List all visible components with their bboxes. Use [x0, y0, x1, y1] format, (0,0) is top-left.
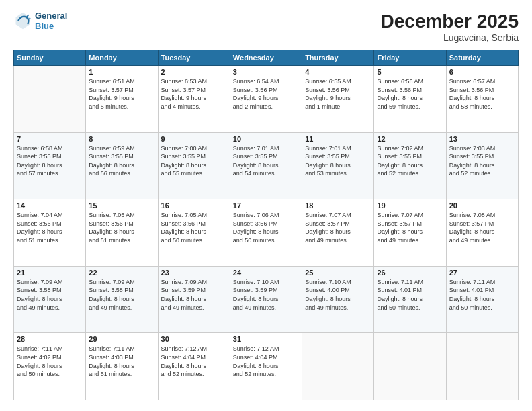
day-number: 5: [377, 68, 443, 76]
day-info: Sunrise: 7:03 AM Sunset: 3:55 PM Dayligh…: [449, 144, 515, 178]
table-row: 1Sunrise: 6:51 AM Sunset: 3:57 PM Daylig…: [86, 66, 158, 133]
header-wednesday: Wednesday: [230, 50, 302, 66]
header-tuesday: Tuesday: [158, 50, 230, 66]
day-info: Sunrise: 7:00 AM Sunset: 3:55 PM Dayligh…: [161, 144, 227, 178]
table-row: 23Sunrise: 7:09 AM Sunset: 3:59 PM Dayli…: [158, 266, 230, 333]
table-row: 31Sunrise: 7:12 AM Sunset: 4:04 PM Dayli…: [230, 333, 302, 400]
table-row: 16Sunrise: 7:05 AM Sunset: 3:56 PM Dayli…: [158, 199, 230, 267]
table-row: 8Sunrise: 6:59 AM Sunset: 3:55 PM Daylig…: [86, 132, 158, 199]
table-row: 2Sunrise: 6:53 AM Sunset: 3:57 PM Daylig…: [158, 66, 230, 133]
day-info: Sunrise: 6:56 AM Sunset: 3:56 PM Dayligh…: [377, 77, 443, 111]
page: General Blue December 2025 Lugavcina, Se…: [0, 0, 532, 411]
day-number: 3: [233, 68, 299, 76]
week-row-4: 21Sunrise: 7:09 AM Sunset: 3:58 PM Dayli…: [14, 266, 519, 333]
table-row: 17Sunrise: 7:06 AM Sunset: 3:56 PM Dayli…: [230, 199, 302, 267]
table-row: 15Sunrise: 7:05 AM Sunset: 3:56 PM Dayli…: [86, 199, 158, 267]
table-row: 19Sunrise: 7:07 AM Sunset: 3:57 PM Dayli…: [374, 199, 446, 267]
day-number: 2: [161, 68, 227, 76]
day-info: Sunrise: 7:09 AM Sunset: 3:58 PM Dayligh…: [17, 278, 83, 312]
day-info: Sunrise: 7:09 AM Sunset: 3:59 PM Dayligh…: [161, 278, 227, 312]
logo: General Blue: [13, 11, 67, 31]
day-info: Sunrise: 7:01 AM Sunset: 3:55 PM Dayligh…: [233, 144, 299, 178]
day-number: 30: [161, 335, 227, 343]
table-row: 24Sunrise: 7:10 AM Sunset: 3:59 PM Dayli…: [230, 266, 302, 333]
day-number: 10: [233, 135, 299, 143]
day-info: Sunrise: 7:02 AM Sunset: 3:55 PM Dayligh…: [377, 144, 443, 178]
day-number: 22: [89, 269, 154, 277]
day-number: 6: [449, 68, 515, 76]
day-number: 20: [449, 201, 515, 210]
day-info: Sunrise: 7:12 AM Sunset: 4:04 PM Dayligh…: [161, 345, 227, 378]
day-info: Sunrise: 7:05 AM Sunset: 3:56 PM Dayligh…: [161, 211, 227, 244]
table-row: 13Sunrise: 7:03 AM Sunset: 3:55 PM Dayli…: [446, 132, 518, 199]
table-row: 30Sunrise: 7:12 AM Sunset: 4:04 PM Dayli…: [158, 333, 230, 400]
day-number: 1: [89, 68, 154, 76]
table-row: 4Sunrise: 6:55 AM Sunset: 3:56 PM Daylig…: [302, 66, 374, 133]
logo-icon: [13, 11, 32, 30]
day-info: Sunrise: 7:06 AM Sunset: 3:56 PM Dayligh…: [233, 211, 299, 244]
table-row: 6Sunrise: 6:57 AM Sunset: 3:56 PM Daylig…: [446, 66, 518, 133]
header-monday: Monday: [86, 50, 158, 66]
table-row: [14, 66, 86, 133]
location-subtitle: Lugavcina, Serbia: [381, 32, 519, 43]
table-row: [302, 333, 374, 400]
day-info: Sunrise: 7:07 AM Sunset: 3:57 PM Dayligh…: [305, 211, 371, 244]
day-info: Sunrise: 6:51 AM Sunset: 3:57 PM Dayligh…: [89, 77, 154, 111]
day-info: Sunrise: 6:54 AM Sunset: 3:56 PM Dayligh…: [233, 77, 299, 111]
calendar-table: Sunday Monday Tuesday Wednesday Thursday…: [13, 50, 519, 400]
day-info: Sunrise: 6:53 AM Sunset: 3:57 PM Dayligh…: [161, 77, 227, 111]
day-number: 8: [89, 135, 154, 143]
day-number: 21: [17, 269, 83, 277]
table-row: 7Sunrise: 6:58 AM Sunset: 3:55 PM Daylig…: [14, 132, 86, 199]
week-row-3: 14Sunrise: 7:04 AM Sunset: 3:56 PM Dayli…: [14, 199, 519, 267]
day-info: Sunrise: 7:11 AM Sunset: 4:01 PM Dayligh…: [377, 278, 443, 312]
day-info: Sunrise: 7:09 AM Sunset: 3:58 PM Dayligh…: [89, 278, 154, 312]
day-info: Sunrise: 6:57 AM Sunset: 3:56 PM Dayligh…: [449, 77, 515, 111]
day-number: 25: [305, 269, 371, 277]
day-number: 4: [305, 68, 371, 76]
day-number: 27: [449, 269, 515, 277]
title-section: December 2025 Lugavcina, Serbia: [381, 11, 519, 43]
table-row: 26Sunrise: 7:11 AM Sunset: 4:01 PM Dayli…: [374, 266, 446, 333]
table-row: 5Sunrise: 6:56 AM Sunset: 3:56 PM Daylig…: [374, 66, 446, 133]
day-number: 18: [305, 201, 371, 210]
table-row: 12Sunrise: 7:02 AM Sunset: 3:55 PM Dayli…: [374, 132, 446, 199]
day-number: 7: [17, 135, 83, 143]
day-number: 24: [233, 269, 299, 277]
table-row: [446, 333, 518, 400]
day-info: Sunrise: 7:11 AM Sunset: 4:03 PM Dayligh…: [89, 345, 154, 378]
header: General Blue December 2025 Lugavcina, Se…: [13, 11, 519, 43]
weekday-header-row: Sunday Monday Tuesday Wednesday Thursday…: [14, 50, 519, 66]
table-row: 20Sunrise: 7:08 AM Sunset: 3:57 PM Dayli…: [446, 199, 518, 267]
day-number: 26: [377, 269, 443, 277]
day-info: Sunrise: 7:01 AM Sunset: 3:55 PM Dayligh…: [305, 144, 371, 178]
table-row: 29Sunrise: 7:11 AM Sunset: 4:03 PM Dayli…: [86, 333, 158, 400]
day-info: Sunrise: 7:08 AM Sunset: 3:57 PM Dayligh…: [449, 211, 515, 244]
day-info: Sunrise: 6:59 AM Sunset: 3:55 PM Dayligh…: [89, 144, 154, 178]
logo-line2: Blue: [35, 21, 67, 31]
day-info: Sunrise: 7:11 AM Sunset: 4:01 PM Dayligh…: [449, 278, 515, 312]
table-row: 3Sunrise: 6:54 AM Sunset: 3:56 PM Daylig…: [230, 66, 302, 133]
week-row-2: 7Sunrise: 6:58 AM Sunset: 3:55 PM Daylig…: [14, 132, 519, 199]
table-row: [374, 333, 446, 400]
week-row-5: 28Sunrise: 7:11 AM Sunset: 4:02 PM Dayli…: [14, 333, 519, 400]
week-row-1: 1Sunrise: 6:51 AM Sunset: 3:57 PM Daylig…: [14, 66, 519, 133]
table-row: 27Sunrise: 7:11 AM Sunset: 4:01 PM Dayli…: [446, 266, 518, 333]
day-info: Sunrise: 7:07 AM Sunset: 3:57 PM Dayligh…: [377, 211, 443, 244]
day-info: Sunrise: 6:58 AM Sunset: 3:55 PM Dayligh…: [17, 144, 83, 178]
logo-line1: General: [35, 11, 67, 21]
table-row: 25Sunrise: 7:10 AM Sunset: 4:00 PM Dayli…: [302, 266, 374, 333]
table-row: 18Sunrise: 7:07 AM Sunset: 3:57 PM Dayli…: [302, 199, 374, 267]
day-number: 16: [161, 201, 227, 210]
day-number: 9: [161, 135, 227, 143]
day-number: 17: [233, 201, 299, 210]
day-number: 12: [377, 135, 443, 143]
header-saturday: Saturday: [446, 50, 518, 66]
table-row: 11Sunrise: 7:01 AM Sunset: 3:55 PM Dayli…: [302, 132, 374, 199]
table-row: 9Sunrise: 7:00 AM Sunset: 3:55 PM Daylig…: [158, 132, 230, 199]
day-info: Sunrise: 7:12 AM Sunset: 4:04 PM Dayligh…: [233, 345, 299, 378]
day-number: 14: [17, 201, 83, 210]
day-number: 23: [161, 269, 227, 277]
header-friday: Friday: [374, 50, 446, 66]
day-number: 15: [89, 201, 154, 210]
